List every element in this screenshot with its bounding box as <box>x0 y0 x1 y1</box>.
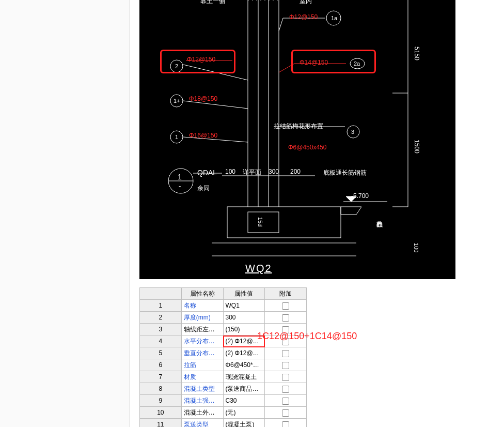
row-value[interactable]: C30 <box>223 395 265 407</box>
table-row[interactable]: 2厚度(mm)300 <box>140 312 307 324</box>
tie-spec: Φ6@450x450 <box>288 144 326 151</box>
checkbox-icon[interactable] <box>282 314 289 322</box>
row-value[interactable]: Φ6@450*450 <box>223 359 265 371</box>
rebar-1: Φ16@150 <box>189 132 217 139</box>
dim-1500: 1500 <box>413 140 420 154</box>
dim-200: 200 <box>290 168 301 175</box>
row-value[interactable]: 现浇混凝土 <box>223 371 265 383</box>
dim-300: 300 <box>269 168 279 175</box>
section-tag-sub: - <box>179 182 181 190</box>
bottom-bar-note: 底板通长筋钢筋 <box>323 169 367 177</box>
row-checkbox[interactable] <box>265 395 307 407</box>
row-index: 8 <box>140 383 182 395</box>
row-index: 10 <box>140 407 182 419</box>
row-checkbox[interactable] <box>265 312 307 324</box>
row-index: 5 <box>140 347 182 359</box>
row-checkbox[interactable] <box>265 359 307 371</box>
cad-viewport[interactable]: 靠土一侧 室内 Φ12@150 1a Φ12@150 2 Φ14@150 2a … <box>139 0 455 279</box>
checkbox-icon[interactable] <box>282 386 289 393</box>
checkbox-icon[interactable] <box>282 362 289 369</box>
row-index: 2 <box>140 312 182 324</box>
row-value[interactable]: (2) Φ12@150 <box>223 347 265 359</box>
drawing-title: WQ2 <box>245 263 272 274</box>
row-name[interactable]: 厚度(mm) <box>181 312 223 324</box>
svg-rect-5 <box>248 212 279 233</box>
row-index: 3 <box>140 324 182 335</box>
tag-3: 3 <box>351 129 354 135</box>
note-interior: 室内 <box>300 0 312 6</box>
table-row[interactable]: 11泵送类型(混凝土泵) <box>140 419 307 428</box>
rebar-1plus: Φ18@150 <box>189 95 217 102</box>
row-checkbox[interactable] <box>265 300 307 312</box>
checkbox-icon[interactable] <box>282 421 289 427</box>
table-row[interactable]: 6拉筋Φ6@450*450 <box>140 359 307 371</box>
highlight-box-2a <box>291 50 376 73</box>
row-value[interactable]: 300 <box>223 312 265 324</box>
cad-svg <box>139 0 455 279</box>
tag-1: 1 <box>175 134 178 140</box>
section-tag-num: 1 <box>178 173 182 181</box>
annotation-text: 1C12@150+1C14@150 <box>257 331 357 342</box>
row-checkbox[interactable] <box>265 371 307 383</box>
row-value[interactable]: (无) <box>223 407 265 419</box>
checkbox-icon[interactable] <box>282 409 289 417</box>
table-row[interactable]: 8混凝土类型(泵送商品混凝土) <box>140 383 307 395</box>
row-checkbox[interactable] <box>265 383 307 395</box>
dim-bot-100: 100 <box>413 243 419 252</box>
row-name[interactable]: 材质 <box>181 371 223 383</box>
table-row[interactable]: 1名称WQ1 <box>140 300 307 312</box>
row-checkbox[interactable] <box>265 347 307 359</box>
checkbox-icon[interactable] <box>282 302 289 310</box>
section-same: 余同 <box>197 184 210 193</box>
row-index: 9 <box>140 395 182 407</box>
col-name: 属性名称 <box>181 288 223 300</box>
row-name[interactable]: 水平分布钢筋 <box>181 335 223 347</box>
row-value[interactable]: (混凝土泵) <box>223 419 265 428</box>
note-earth-side: 靠土一侧 <box>200 0 225 6</box>
row-name[interactable]: 混凝土外加剂 <box>181 407 223 419</box>
col-value: 属性值 <box>223 288 265 300</box>
row-name[interactable]: 垂直分布钢筋 <box>181 347 223 359</box>
tag-1a: 1a <box>331 15 337 21</box>
row-value[interactable]: WQ1 <box>223 300 265 312</box>
row-index: 1 <box>140 300 182 312</box>
row-name[interactable]: 泵送类型 <box>181 419 223 428</box>
col-idx <box>140 288 182 300</box>
row-name[interactable]: 轴线距左墙皮... <box>181 324 223 335</box>
property-table-wrap: 属性名称 属性值 附加 1名称WQ12厚度(mm)3003轴线距左墙皮...(1… <box>139 287 307 427</box>
rebar-top-right: Φ12@150 <box>289 13 318 21</box>
row-checkbox[interactable] <box>265 407 307 419</box>
row-name[interactable]: 混凝土类型 <box>181 383 223 395</box>
svg-rect-4 <box>227 207 341 238</box>
row-checkbox[interactable] <box>265 419 307 428</box>
tag-1plus: 1+ <box>174 98 180 104</box>
row-name[interactable]: 混凝土强度等级 <box>181 395 223 407</box>
row-index: 7 <box>140 371 182 383</box>
checkbox-icon[interactable] <box>282 398 289 405</box>
row-index: 6 <box>140 359 182 371</box>
elev: -5.700 <box>351 192 369 200</box>
checkbox-icon[interactable] <box>282 374 289 381</box>
table-row[interactable]: 10混凝土外加剂(无) <box>140 407 307 419</box>
row-name[interactable]: 拉筋 <box>181 359 223 371</box>
property-table[interactable]: 属性名称 属性值 附加 1名称WQ12厚度(mm)3003轴线距左墙皮...(1… <box>139 287 307 427</box>
table-row[interactable]: 5垂直分布钢筋(2) Φ12@150 <box>140 347 307 359</box>
tie-note: 拉结筋梅花形布置 <box>274 122 323 131</box>
dim-15d: 15d <box>257 217 263 226</box>
row-index: 4 <box>140 335 182 347</box>
checkbox-icon[interactable] <box>282 350 289 357</box>
table-row[interactable]: 7材质现浇混凝土 <box>140 371 307 383</box>
dim-5150: 5150 <box>413 47 420 60</box>
row-index: 11 <box>140 419 182 428</box>
svg-line-17 <box>279 18 283 31</box>
col-extra: 附加 <box>265 288 307 300</box>
row-name[interactable]: 名称 <box>181 300 223 312</box>
highlight-box-2 <box>160 50 235 73</box>
row-value[interactable]: (泵送商品混凝土) <box>223 383 265 395</box>
mid-note: 详平面 <box>243 168 261 177</box>
left-sidebar <box>0 0 130 427</box>
section-name: QDAL <box>197 169 217 177</box>
dim-100: 100 <box>225 168 235 175</box>
table-row[interactable]: 9混凝土强度等级C30 <box>140 395 307 407</box>
